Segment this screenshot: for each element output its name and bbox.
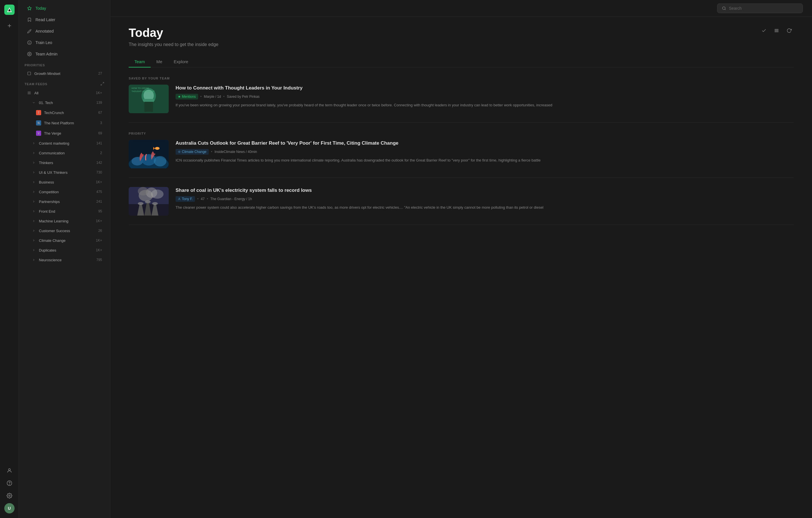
feed-item-neuroscience[interactable]: Neuroscience 795 [21, 255, 108, 264]
svg-line-9 [31, 29, 31, 30]
feed-item-content-marketing[interactable]: Content marketing 141 [21, 139, 108, 148]
feed-item-next-platform[interactable]: N The Next Platform 3 [21, 118, 108, 128]
svg-line-16 [101, 84, 102, 85]
feed-duplicates-count: 1K+ [96, 248, 102, 252]
feed-item-techcrunch[interactable]: T TechCrunch 67 [21, 108, 108, 117]
customer-success-chevron-icon [31, 228, 36, 233]
team-admin-icon [27, 52, 32, 57]
content-toolbar [759, 26, 794, 35]
feed-item-machine-learning[interactable]: Machine Learning 1K+ [21, 217, 108, 226]
feed-neuroscience-label: Neuroscience [39, 258, 93, 262]
feed-partnerships-count: 241 [96, 200, 102, 204]
feed-item-partnerships[interactable]: Partnerships 241 [21, 197, 108, 206]
thinkers-chevron-icon [31, 161, 36, 165]
priorities-header: PRIORITIES [19, 60, 110, 68]
competition-chevron-icon [31, 190, 36, 194]
svg-point-41 [179, 151, 180, 152]
meta-source-2: InsideClimate News / 40min [214, 150, 257, 154]
article-card-3: Share of coal in UK's electricity system… [129, 187, 794, 225]
article-body-2: Australia Cuts Outlook for Great Barrier… [176, 140, 794, 168]
priority-label: PRIORITY [129, 132, 794, 135]
article-meta-1: Mentions • Marple / 1d • Saved by Petr P… [176, 94, 794, 99]
article-card-2: Australia Cuts Outlook for Great Barrier… [129, 140, 794, 178]
sidebar-item-annotated[interactable]: Annotated [21, 26, 108, 37]
article-excerpt-3: The cleaner power system could also acce… [176, 205, 794, 211]
feed-item-thinkers[interactable]: Thinkers 142 [21, 158, 108, 167]
svg-point-51 [179, 198, 179, 199]
feed-item-01-tech[interactable]: 01. Tech 139 [21, 98, 108, 107]
feed-content-marketing-label: Content marketing [39, 141, 93, 145]
feed-item-front-end[interactable]: Front End 95 [21, 207, 108, 216]
tab-explore[interactable]: Explore [168, 56, 194, 67]
train-leo-icon [27, 40, 32, 45]
meta-tag-climate[interactable]: Climate Change [176, 149, 209, 155]
feed-business-count: 1K+ [96, 180, 102, 184]
svg-rect-29 [144, 100, 153, 112]
priority-growth-mindset[interactable]: Growth Mindset 27 [21, 69, 108, 78]
feed-machine-learning-label: Machine Learning [39, 219, 93, 223]
list-view-icon[interactable] [772, 26, 781, 35]
sidebar-item-team-admin[interactable]: Team Admin [21, 49, 108, 59]
business-chevron-icon [31, 180, 36, 184]
article-card-1: HOW TO GROW THOUGHT LEADERSHIP How to Co… [129, 85, 794, 123]
check-icon[interactable] [759, 26, 768, 35]
feed-item-communication[interactable]: Communication 2 [21, 148, 108, 157]
duplicates-chevron-icon [31, 248, 36, 253]
ui-ux-chevron-icon [31, 170, 36, 175]
feed-item-customer-success[interactable]: Customer Success 26 [21, 226, 108, 235]
settings-icon[interactable] [4, 491, 14, 501]
feed-item-climate-change[interactable]: Climate Change 1K+ [21, 236, 108, 245]
feed-duplicates-label: Duplicates [39, 248, 93, 253]
feed-item-business[interactable]: Business 1K+ [21, 177, 108, 187]
priority-icon [27, 71, 31, 76]
feed-item-the-verge[interactable]: V The Verge 69 [21, 128, 108, 138]
article-thumb-3 [129, 187, 169, 215]
team-feeds-expand-icon[interactable] [100, 82, 104, 86]
feed-item-competition[interactable]: Competition 475 [21, 187, 108, 196]
feed-ui-ux-count: 730 [96, 170, 102, 174]
app-logo[interactable] [4, 5, 14, 15]
tab-team[interactable]: Team [129, 56, 151, 67]
content-area: Today The insights you need to get the i… [110, 17, 812, 518]
feed-communication-count: 2 [100, 151, 102, 155]
feed-item-all[interactable]: All 1K+ [21, 88, 108, 97]
sidebar-item-read-later[interactable]: Read Later [21, 14, 108, 25]
feed-item-duplicates[interactable]: Duplicates 1K+ [21, 246, 108, 255]
svg-text:HOW TO GROW: HOW TO GROW [132, 87, 149, 89]
help-icon[interactable] [4, 478, 14, 488]
icon-bar: U [0, 0, 19, 518]
feed-thinkers-label: Thinkers [39, 161, 93, 165]
feed-business-label: Business [39, 180, 93, 184]
user-avatar[interactable]: U [4, 503, 14, 513]
article-title-1[interactable]: How to Connect with Thought Leaders in Y… [176, 85, 794, 91]
sidebar-item-today-label: Today [35, 6, 46, 10]
feed-techcrunch-count: 67 [98, 111, 102, 115]
search-input[interactable] [729, 6, 798, 10]
feed-customer-success-count: 26 [98, 229, 102, 233]
article-meta-2: Climate Change • InsideClimate News / 40… [176, 149, 794, 155]
saved-by-team-label: SAVED BY YOUR TEAM [129, 77, 794, 80]
priority-section: PRIORITY [129, 132, 794, 225]
sidebar-item-today[interactable]: Today [21, 3, 108, 14]
feed-all-label: All [34, 91, 93, 95]
climate-icon [178, 150, 181, 153]
feed-item-ui-ux[interactable]: UI & UX Thinkers 730 [21, 168, 108, 177]
tab-me[interactable]: Me [151, 56, 168, 67]
add-button[interactable] [4, 21, 14, 31]
meta-tag-mentions[interactable]: Mentions [176, 94, 198, 99]
content-marketing-chevron-icon [31, 141, 36, 145]
sidebar-item-train-leo[interactable]: Train Leo [21, 37, 108, 48]
feed-front-end-label: Front End [39, 209, 95, 213]
team-feeds-header: TEAM FEEDS [19, 78, 110, 88]
svg-point-38 [154, 156, 166, 166]
search-box[interactable] [717, 3, 803, 13]
priority-growth-mindset-label: Growth Mindset [34, 71, 95, 76]
meta-tag-tony[interactable]: Tony F. [176, 196, 195, 202]
svg-point-20 [723, 7, 725, 10]
article-title-3[interactable]: Share of coal in UK's electricity system… [176, 187, 794, 194]
page-subtitle: The insights you need to get the inside … [129, 42, 219, 47]
refresh-icon[interactable] [785, 26, 794, 35]
feed-climate-change-count: 1K+ [96, 238, 102, 242]
article-title-2[interactable]: Australia Cuts Outlook for Great Barrier… [176, 140, 794, 147]
user-icon[interactable] [4, 465, 14, 476]
